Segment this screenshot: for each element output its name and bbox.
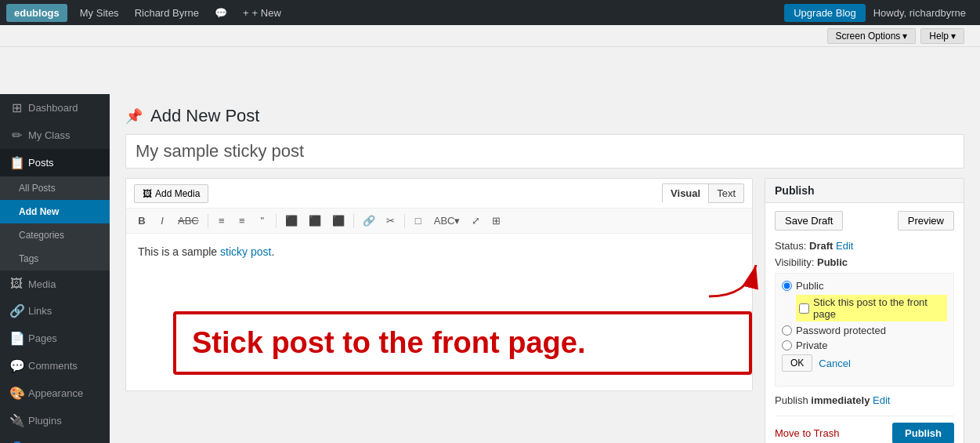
sidebar-item-users[interactable]: 👤 Users (0, 434, 110, 443)
sidebar-item-categories[interactable]: Categories (0, 223, 110, 247)
password-radio[interactable] (782, 325, 792, 336)
public-radio[interactable] (782, 281, 792, 291)
toolbar-separator-1 (208, 214, 208, 228)
save-draft-button[interactable]: Save Draft (775, 211, 843, 231)
right-panel: Publish Save Draft Preview Status: Draft… (753, 178, 964, 443)
toolbar-separator-4 (404, 214, 405, 228)
sidebar-item-pages[interactable]: 📄 Pages (0, 325, 110, 352)
sidebar-label-tags: Tags (19, 253, 38, 264)
public-label: Public (796, 280, 823, 292)
publish-box: Publish Save Draft Preview Status: Draft… (765, 178, 964, 443)
sidebar-label-media: Media (28, 278, 56, 290)
blockquote-button[interactable]: " (253, 212, 272, 230)
plugins-icon: 🔌 (9, 413, 24, 428)
sidebar-label-myclass: My Class (28, 129, 70, 141)
align-left-button[interactable]: ⬛ (280, 212, 302, 230)
help-button[interactable]: Help ▾ (920, 28, 964, 44)
publish-actions-row: Save Draft Preview (775, 211, 954, 231)
tab-text[interactable]: Text (708, 183, 744, 203)
annotation-text: Stick post to the front page. (192, 326, 585, 359)
public-option[interactable]: Public (782, 280, 947, 292)
main-content: 📌 Add New Post 🖼 Add Media Visual Te (110, 94, 980, 443)
insert-more-button[interactable]: □ (409, 212, 428, 230)
sidebar-item-comments[interactable]: 💬 Comments (0, 352, 110, 379)
publish-box-body: Save Draft Preview Status: Draft Edit Vi… (765, 203, 964, 443)
editor-container: 🖼 Add Media Visual Text B I ABC ≡ (125, 178, 753, 391)
status-value: Draft (809, 240, 833, 252)
ok-cancel-row: OK Cancel (782, 354, 947, 372)
private-option[interactable]: Private (782, 340, 947, 351)
post-title-input[interactable] (125, 134, 964, 169)
editor-content: This is a sample sticky post. (138, 245, 740, 258)
status-label: Status: (775, 240, 806, 252)
publish-box-header: Publish (765, 179, 964, 203)
link-button[interactable]: 🔗 (358, 212, 380, 230)
sticky-checkbox[interactable] (799, 303, 809, 314)
sidebar-item-posts[interactable]: 📋 Posts (0, 149, 110, 176)
new-link[interactable]: + + New (235, 0, 289, 25)
visibility-label: Visibility: (775, 256, 814, 268)
editor-body[interactable]: This is a sample sticky post. (126, 234, 752, 390)
align-right-button[interactable]: ⬛ (327, 212, 349, 230)
posts-icon: 📋 (9, 155, 24, 170)
unlink-button[interactable]: ✂ (382, 212, 400, 230)
publish-button[interactable]: Publish (892, 423, 954, 443)
unordered-list-button[interactable]: ≡ (212, 212, 231, 230)
arrow-svg (701, 249, 764, 312)
ordered-list-button[interactable]: ≡ (233, 212, 251, 230)
sidebar-item-appearance[interactable]: 🎨 Appearance (0, 379, 110, 407)
move-to-trash-link[interactable]: Move to Trash (775, 427, 839, 439)
sticky-option[interactable]: Stick this post to the front page (796, 295, 947, 321)
sidebar-item-links[interactable]: 🔗 Links (0, 297, 110, 325)
publish-date-label: Publish (775, 394, 808, 406)
sidebar-item-media[interactable]: 🖼 Media (0, 271, 110, 297)
my-sites-link[interactable]: My Sites (72, 0, 127, 25)
sidebar-item-myclass[interactable]: ✏ My Class (0, 122, 110, 149)
cancel-link[interactable]: Cancel (819, 358, 850, 369)
logo[interactable]: edublogs (6, 4, 67, 22)
sidebar-item-all-posts[interactable]: All Posts (0, 176, 110, 200)
upgrade-blog-button[interactable]: Upgrade Blog (784, 4, 866, 22)
sidebar-label-links: Links (28, 305, 52, 317)
sidebar-item-plugins[interactable]: 🔌 Plugins (0, 407, 110, 434)
editor-area: 🖼 Add Media Visual Text B I ABC ≡ (125, 178, 753, 443)
new-label[interactable]: + New (252, 7, 281, 19)
add-media-button[interactable]: 🖼 Add Media (134, 184, 208, 203)
spellcheck-button[interactable]: ABC▾ (429, 212, 465, 230)
publish-date-edit-link[interactable]: Edit (873, 394, 890, 406)
sidebar-label-all-posts: All Posts (19, 183, 56, 194)
links-icon: 🔗 (9, 303, 24, 318)
password-option[interactable]: Password protected (782, 325, 947, 336)
bold-button[interactable]: B (132, 212, 151, 230)
screen-options-button[interactable]: Screen Options ▾ (827, 28, 917, 44)
private-radio[interactable] (782, 340, 792, 350)
media-icon: 🖼 (9, 277, 24, 291)
sidebar-item-tags[interactable]: Tags (0, 247, 110, 271)
sidebar-label-categories: Categories (19, 230, 64, 241)
preview-button[interactable]: Preview (898, 211, 954, 231)
pin-icon: 📌 (125, 107, 143, 125)
sidebar-label-comments: Comments (28, 360, 78, 372)
pages-icon: 📄 (9, 331, 24, 346)
richard-byrne-link[interactable]: Richard Byrne (127, 0, 207, 25)
sidebar-item-add-new[interactable]: Add New (0, 200, 110, 223)
fullscreen-button[interactable]: ⤢ (466, 212, 485, 230)
add-media-label: Add Media (155, 188, 200, 199)
align-center-button[interactable]: ⬛ (304, 212, 326, 230)
comments-icon[interactable]: 💬 (207, 0, 235, 25)
ok-button[interactable]: OK (782, 354, 812, 372)
italic-button[interactable]: I (153, 212, 172, 230)
sidebar-item-dashboard[interactable]: ⊞ Dashboard (0, 94, 110, 122)
status-edit-link[interactable]: Edit (836, 240, 853, 252)
tab-visual[interactable]: Visual (662, 183, 708, 203)
comments-icon: 💬 (9, 358, 24, 373)
sticky-label: Stick this post to the front page (813, 296, 944, 320)
editor-toolbar-top: 🖼 Add Media Visual Text (126, 179, 752, 209)
toolbar-toggle-button[interactable]: ⊞ (486, 212, 505, 230)
publish-date-row: Publish immediately Edit (775, 394, 954, 406)
view-tabs: Visual Text (662, 183, 744, 203)
plus-icon: + (243, 7, 249, 19)
sticky-link: sticky post (220, 245, 271, 258)
strikethrough-button[interactable]: ABC (173, 212, 204, 230)
visibility-options: Public Stick this post to the front page… (775, 273, 954, 387)
